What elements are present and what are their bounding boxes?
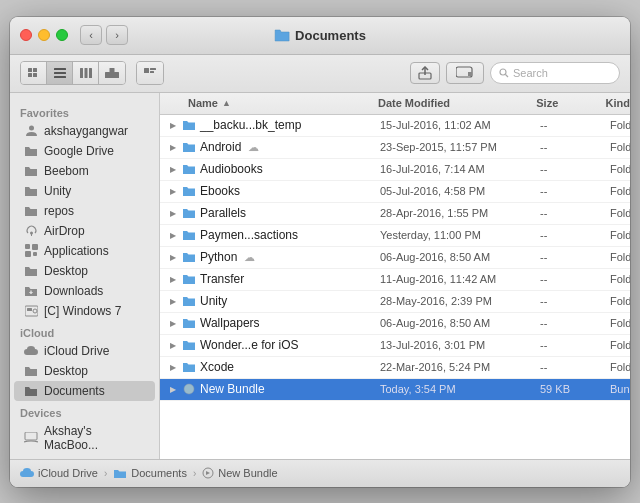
col-kind-header[interactable]: Kind — [606, 97, 630, 109]
breadcrumb-sep-1: › — [104, 468, 107, 479]
sidebar-item-beebom[interactable]: Beebom — [14, 161, 155, 181]
minimize-button[interactable] — [38, 29, 50, 41]
expand-triangle: ▶ — [168, 319, 178, 328]
sidebar-item-akshaygangwar[interactable]: akshaygangwar — [14, 121, 155, 141]
table-row[interactable]: ▶ Unity 28-May-2016, 2:39 PM -- Fold — [160, 291, 630, 313]
file-name: ▶ __backu...bk_temp — [160, 118, 380, 132]
breadcrumb-bundle-label: New Bundle — [218, 467, 277, 479]
folder-icon — [182, 317, 196, 329]
svg-rect-30 — [25, 432, 37, 440]
svg-rect-15 — [150, 71, 154, 73]
table-row[interactable]: ▶ __backu...bk_temp 15-Jul-2016, 11:02 A… — [160, 115, 630, 137]
sidebar-item-windows7[interactable]: [C] Windows 7 — [14, 301, 155, 321]
window-title: Documents — [274, 27, 366, 43]
folder-icon — [182, 119, 196, 131]
file-name-text: Unity — [200, 294, 227, 308]
sort-arrow: ▲ — [222, 98, 231, 108]
sidebar-item-icloud-documents[interactable]: Documents — [14, 381, 155, 401]
view-cover-btn[interactable] — [99, 62, 125, 84]
svg-rect-1 — [33, 68, 37, 72]
action-button[interactable] — [446, 62, 484, 84]
airdrop-icon — [24, 224, 38, 238]
table-row[interactable]: ▶ New Bundle Today, 3:54 PM 59 KB Bun — [160, 379, 630, 401]
file-date: 15-Jul-2016, 11:02 AM — [380, 119, 540, 131]
share-button[interactable] — [410, 62, 440, 84]
icloud-drive-icon — [24, 344, 38, 358]
maximize-button[interactable] — [56, 29, 68, 41]
file-size: -- — [540, 361, 610, 373]
svg-rect-8 — [84, 68, 87, 78]
sidebar-label: iCloud Drive — [44, 344, 109, 358]
table-row[interactable]: ▶ Python ☁ 06-Aug-2016, 8:50 AM -- Fold — [160, 247, 630, 269]
folder-icon — [182, 207, 196, 219]
file-size: -- — [540, 141, 610, 153]
file-kind: Fold — [610, 295, 630, 307]
col-name-header[interactable]: Name ▲ — [160, 97, 378, 109]
sidebar-item-airdrop[interactable]: AirDrop — [14, 221, 155, 241]
file-name-text: Android — [200, 140, 241, 154]
sidebar-label: Akshay's MacBoo... — [44, 424, 145, 452]
table-row[interactable]: ▶ Wonder...e for iOS 13-Jul-2016, 3:01 P… — [160, 335, 630, 357]
table-row[interactable]: ▶ Audiobooks 16-Jul-2016, 7:14 AM -- Fol… — [160, 159, 630, 181]
close-button[interactable] — [20, 29, 32, 41]
table-row[interactable]: ▶ Ebooks 05-Jul-2016, 4:58 PM -- Fold — [160, 181, 630, 203]
view-column-btn[interactable] — [73, 62, 99, 84]
sidebar-item-icloud-drive[interactable]: iCloud Drive — [14, 341, 155, 361]
sidebar-item-google-drive[interactable]: Google Drive — [14, 141, 155, 161]
expand-triangle: ▶ — [168, 385, 178, 394]
back-button[interactable]: ‹ — [80, 25, 102, 45]
table-row[interactable]: ▶ Paymen...sactions Yesterday, 11:00 PM … — [160, 225, 630, 247]
finder-window: ‹ › Documents — [10, 17, 630, 487]
file-name-text: Parallels — [200, 206, 246, 220]
folder-breadcrumb-icon — [113, 468, 127, 479]
table-row[interactable]: ▶ Wallpapers 06-Aug-2016, 8:50 AM -- Fol… — [160, 313, 630, 335]
breadcrumb-sep-2: › — [193, 468, 196, 479]
file-name-text: Paymen...sactions — [200, 228, 298, 242]
sidebar-label: Downloads — [44, 284, 103, 298]
table-row[interactable]: ▶ Xcode 22-Mar-2016, 5:24 PM -- Fold — [160, 357, 630, 379]
svg-rect-10 — [105, 72, 110, 78]
search-box[interactable]: Search — [490, 62, 620, 84]
table-row[interactable]: ▶ Transfer 11-Aug-2016, 11:42 AM -- Fold — [160, 269, 630, 291]
forward-button[interactable]: › — [106, 25, 128, 45]
sidebar-item-icloud-desktop[interactable]: Desktop — [14, 361, 155, 381]
breadcrumb-bundle[interactable]: New Bundle — [202, 467, 277, 479]
sidebar-item-downloads[interactable]: Downloads — [14, 281, 155, 301]
file-name: ▶ Xcode — [160, 360, 380, 374]
svg-rect-5 — [54, 72, 66, 74]
col-size-header[interactable]: Size — [536, 97, 605, 109]
file-kind: Fold — [610, 273, 630, 285]
view-icon-btn[interactable] — [21, 62, 47, 84]
file-date: Yesterday, 11:00 PM — [380, 229, 540, 241]
svg-rect-28 — [27, 308, 32, 311]
folder-icon — [182, 141, 196, 153]
expand-triangle: ▶ — [168, 363, 178, 372]
sidebar-item-macbook[interactable]: Akshay's MacBoo... — [14, 421, 155, 455]
sidebar-item-repos[interactable]: repos — [14, 201, 155, 221]
sidebar-label: AirDrop — [44, 224, 85, 238]
file-date: 22-Mar-2016, 5:24 PM — [380, 361, 540, 373]
titlebar: ‹ › Documents — [10, 17, 630, 55]
disk-icon — [24, 304, 38, 318]
arrange-btn[interactable] — [137, 62, 163, 84]
table-row[interactable]: ▶ Parallels 28-Apr-2016, 1:55 PM -- Fold — [160, 203, 630, 225]
expand-triangle: ▶ — [168, 275, 178, 284]
sidebar-item-unity[interactable]: Unity — [14, 181, 155, 201]
sidebar-item-desktop[interactable]: Desktop — [14, 261, 155, 281]
table-row[interactable]: ▶ Android ☁ 23-Sep-2015, 11:57 PM -- Fol… — [160, 137, 630, 159]
view-list-btn[interactable] — [47, 62, 73, 84]
favorites-section-label: Favorites — [10, 101, 159, 121]
folder-icon — [24, 204, 38, 218]
breadcrumb-icloud[interactable]: iCloud Drive — [20, 467, 98, 479]
file-date: 11-Aug-2016, 11:42 AM — [380, 273, 540, 285]
breadcrumb-documents[interactable]: Documents — [113, 467, 187, 479]
file-name-text: Ebooks — [200, 184, 240, 198]
file-name: ▶ Audiobooks — [160, 162, 380, 176]
col-date-header[interactable]: Date Modified — [378, 97, 536, 109]
sidebar-item-applications[interactable]: Applications — [14, 241, 155, 261]
file-name-text: Python — [200, 250, 237, 264]
icloud-sync-icon: ☁ — [248, 141, 259, 154]
sidebar-label: Documents — [44, 384, 105, 398]
folder-icon — [182, 273, 196, 285]
file-name-text: Wonder...e for iOS — [200, 338, 299, 352]
